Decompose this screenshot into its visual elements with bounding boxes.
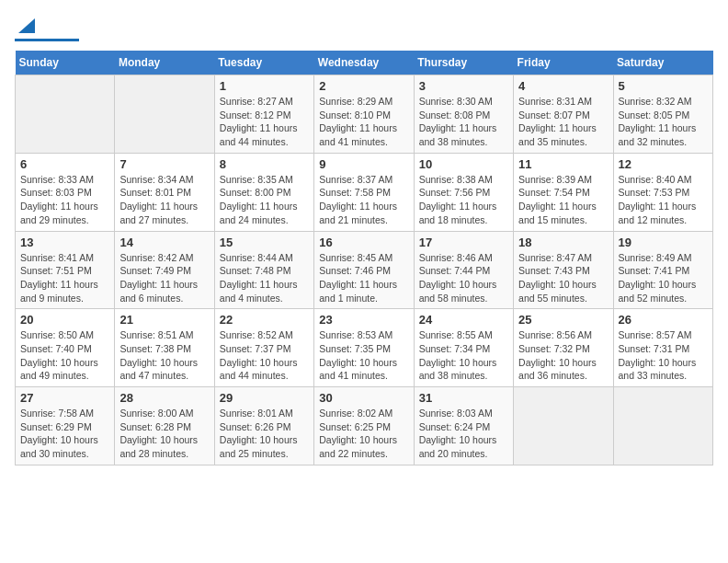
day-info: Sunrise: 8:57 AM Sunset: 7:31 PM Dayligh…	[619, 328, 708, 383]
calendar-cell: 29Sunrise: 8:01 AM Sunset: 6:26 PM Dayli…	[214, 387, 313, 465]
day-info: Sunrise: 8:33 AM Sunset: 8:03 PM Dayligh…	[20, 173, 109, 227]
day-info: Sunrise: 8:46 AM Sunset: 7:44 PM Dayligh…	[419, 251, 508, 305]
day-number: 13	[20, 236, 109, 249]
day-info: Sunrise: 8:27 AM Sunset: 8:12 PM Dayligh…	[220, 95, 309, 149]
calendar-cell: 21Sunrise: 8:51 AM Sunset: 7:38 PM Dayli…	[115, 309, 214, 387]
day-number: 11	[518, 157, 608, 171]
calendar-cell: 20Sunrise: 8:50 AM Sunset: 7:40 PM Dayli…	[16, 309, 115, 387]
day-number: 19	[619, 236, 708, 249]
day-info: Sunrise: 8:45 AM Sunset: 7:46 PM Dayligh…	[319, 251, 408, 305]
day-number: 12	[619, 157, 708, 171]
day-info: Sunrise: 8:51 AM Sunset: 7:38 PM Dayligh…	[119, 328, 209, 383]
calendar-cell: 24Sunrise: 8:55 AM Sunset: 7:34 PM Dayli…	[414, 309, 513, 387]
calendar-cell: 28Sunrise: 8:00 AM Sunset: 6:28 PM Dayli…	[115, 387, 214, 465]
day-number: 25	[518, 313, 608, 327]
day-info: Sunrise: 8:39 AM Sunset: 7:54 PM Dayligh…	[518, 173, 608, 227]
calendar-body: 1Sunrise: 8:27 AM Sunset: 8:12 PM Daylig…	[16, 75, 713, 465]
page-header	[15, 15, 713, 41]
week-row-3: 13Sunrise: 8:41 AM Sunset: 7:51 PM Dayli…	[16, 231, 713, 309]
day-number: 10	[419, 157, 508, 171]
week-row-2: 6Sunrise: 8:33 AM Sunset: 8:03 PM Daylig…	[16, 153, 713, 231]
day-number: 31	[419, 391, 508, 405]
day-info: Sunrise: 8:41 AM Sunset: 7:51 PM Dayligh…	[20, 251, 109, 305]
calendar-header: SundayMondayTuesdayWednesdayThursdayFrid…	[16, 51, 713, 75]
calendar-cell: 25Sunrise: 8:56 AM Sunset: 7:32 PM Dayli…	[514, 309, 613, 387]
weekday-header-thursday: Thursday	[414, 51, 513, 75]
day-number: 21	[119, 313, 209, 327]
weekday-header-friday: Friday	[514, 51, 613, 75]
day-info: Sunrise: 8:01 AM Sunset: 6:26 PM Dayligh…	[220, 407, 309, 461]
calendar-cell: 13Sunrise: 8:41 AM Sunset: 7:51 PM Dayli…	[16, 231, 115, 309]
calendar-cell: 8Sunrise: 8:35 AM Sunset: 8:00 PM Daylig…	[214, 153, 313, 231]
calendar-cell: 12Sunrise: 8:40 AM Sunset: 7:53 PM Dayli…	[613, 153, 712, 231]
weekday-row: SundayMondayTuesdayWednesdayThursdayFrid…	[16, 51, 713, 75]
day-info: Sunrise: 8:47 AM Sunset: 7:43 PM Dayligh…	[518, 251, 608, 305]
day-number: 22	[220, 313, 309, 327]
day-info: Sunrise: 8:03 AM Sunset: 6:24 PM Dayligh…	[419, 407, 508, 461]
calendar-cell: 23Sunrise: 8:53 AM Sunset: 7:35 PM Dayli…	[314, 309, 414, 387]
calendar-cell: 10Sunrise: 8:38 AM Sunset: 7:56 PM Dayli…	[414, 153, 513, 231]
week-row-1: 1Sunrise: 8:27 AM Sunset: 8:12 PM Daylig…	[16, 75, 713, 154]
calendar-cell: 11Sunrise: 8:39 AM Sunset: 7:54 PM Dayli…	[514, 153, 613, 231]
calendar-cell: 15Sunrise: 8:44 AM Sunset: 7:48 PM Dayli…	[214, 231, 313, 309]
day-number: 14	[119, 236, 209, 249]
day-number: 7	[119, 157, 209, 171]
week-row-4: 20Sunrise: 8:50 AM Sunset: 7:40 PM Dayli…	[16, 309, 713, 387]
day-info: Sunrise: 8:55 AM Sunset: 7:34 PM Dayligh…	[419, 328, 508, 383]
day-info: Sunrise: 8:02 AM Sunset: 6:25 PM Dayligh…	[319, 407, 408, 461]
week-row-5: 27Sunrise: 7:58 AM Sunset: 6:29 PM Dayli…	[16, 387, 713, 465]
weekday-header-sunday: Sunday	[16, 51, 115, 75]
calendar-cell: 30Sunrise: 8:02 AM Sunset: 6:25 PM Dayli…	[314, 387, 414, 465]
calendar-cell: 5Sunrise: 8:32 AM Sunset: 8:05 PM Daylig…	[613, 75, 712, 154]
day-number: 24	[419, 313, 508, 327]
calendar-cell: 1Sunrise: 8:27 AM Sunset: 8:12 PM Daylig…	[214, 75, 313, 154]
day-number: 15	[220, 236, 309, 249]
day-info: Sunrise: 8:32 AM Sunset: 8:05 PM Dayligh…	[619, 95, 708, 149]
svg-marker-0	[18, 18, 35, 33]
day-info: Sunrise: 8:53 AM Sunset: 7:35 PM Dayligh…	[319, 328, 408, 383]
day-number: 6	[20, 157, 109, 171]
day-number: 9	[319, 157, 408, 171]
calendar-cell: 9Sunrise: 8:37 AM Sunset: 7:58 PM Daylig…	[314, 153, 414, 231]
calendar-cell: 18Sunrise: 8:47 AM Sunset: 7:43 PM Dayli…	[514, 231, 613, 309]
calendar-cell: 17Sunrise: 8:46 AM Sunset: 7:44 PM Dayli…	[414, 231, 513, 309]
calendar-cell: 31Sunrise: 8:03 AM Sunset: 6:24 PM Dayli…	[414, 387, 513, 465]
weekday-header-monday: Monday	[115, 51, 214, 75]
day-number: 1	[220, 79, 309, 93]
day-number: 5	[619, 79, 708, 93]
day-number: 28	[119, 391, 209, 405]
day-info: Sunrise: 8:00 AM Sunset: 6:28 PM Dayligh…	[119, 407, 209, 461]
weekday-header-tuesday: Tuesday	[214, 51, 313, 75]
day-info: Sunrise: 8:50 AM Sunset: 7:40 PM Dayligh…	[20, 328, 109, 383]
day-number: 29	[220, 391, 309, 405]
calendar-cell: 19Sunrise: 8:49 AM Sunset: 7:41 PM Dayli…	[613, 231, 712, 309]
day-info: Sunrise: 8:38 AM Sunset: 7:56 PM Dayligh…	[419, 173, 508, 227]
logo	[15, 15, 79, 41]
weekday-header-wednesday: Wednesday	[314, 51, 414, 75]
day-number: 30	[319, 391, 408, 405]
day-info: Sunrise: 8:40 AM Sunset: 7:53 PM Dayligh…	[619, 173, 708, 227]
calendar-cell: 6Sunrise: 8:33 AM Sunset: 8:03 PM Daylig…	[16, 153, 115, 231]
day-number: 27	[20, 391, 109, 405]
day-number: 17	[419, 236, 508, 249]
day-info: Sunrise: 8:37 AM Sunset: 7:58 PM Dayligh…	[319, 173, 408, 227]
day-info: Sunrise: 8:52 AM Sunset: 7:37 PM Dayligh…	[220, 328, 309, 383]
calendar-cell: 7Sunrise: 8:34 AM Sunset: 8:01 PM Daylig…	[115, 153, 214, 231]
weekday-header-saturday: Saturday	[613, 51, 712, 75]
day-info: Sunrise: 7:58 AM Sunset: 6:29 PM Dayligh…	[20, 407, 109, 461]
calendar-cell: 3Sunrise: 8:30 AM Sunset: 8:08 PM Daylig…	[414, 75, 513, 154]
day-info: Sunrise: 8:31 AM Sunset: 8:07 PM Dayligh…	[518, 95, 608, 149]
calendar-cell	[514, 387, 613, 465]
day-number: 23	[319, 313, 408, 327]
day-number: 3	[419, 79, 508, 93]
day-number: 26	[619, 313, 708, 327]
day-number: 4	[518, 79, 608, 93]
day-number: 20	[20, 313, 109, 327]
calendar-cell: 22Sunrise: 8:52 AM Sunset: 7:37 PM Dayli…	[214, 309, 313, 387]
calendar-cell: 4Sunrise: 8:31 AM Sunset: 8:07 PM Daylig…	[514, 75, 613, 154]
day-info: Sunrise: 8:29 AM Sunset: 8:10 PM Dayligh…	[319, 95, 408, 149]
logo-arrow-icon	[18, 18, 35, 33]
day-info: Sunrise: 8:30 AM Sunset: 8:08 PM Dayligh…	[419, 95, 508, 149]
day-number: 8	[220, 157, 309, 171]
day-number: 2	[319, 79, 408, 93]
